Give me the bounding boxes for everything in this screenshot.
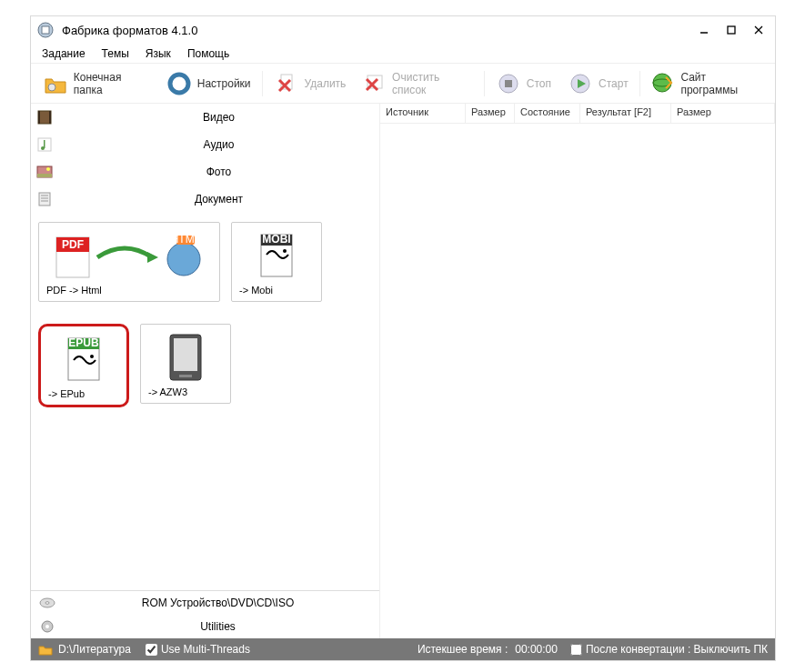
- svg-point-38: [167, 243, 200, 276]
- menu-language[interactable]: Язык: [146, 47, 171, 60]
- multi-threads-label: Use Multi-Threads: [161, 643, 250, 656]
- svg-text:MOBI: MOBI: [262, 233, 290, 246]
- disc-icon: [38, 597, 56, 609]
- app-icon: [36, 21, 55, 39]
- toolbar-stop[interactable]: Стоп: [490, 69, 557, 98]
- toolbar-delete[interactable]: Удалить: [268, 69, 352, 98]
- svg-rect-3: [728, 26, 735, 34]
- status-path[interactable]: D:\Литература: [58, 643, 131, 656]
- film-icon: [31, 109, 58, 125]
- category-area: Видео Аудио Фото Документ: [31, 104, 379, 590]
- after-convert-checkbox[interactable]: [570, 644, 582, 656]
- svg-point-44: [283, 249, 287, 253]
- toolbar-separator: [639, 71, 640, 96]
- svg-rect-1: [42, 26, 49, 34]
- svg-rect-22: [38, 111, 40, 124]
- category-document-label: Документ: [58, 193, 379, 206]
- svg-rect-30: [39, 193, 50, 206]
- category-photo[interactable]: Фото: [31, 158, 379, 186]
- toolbar-stop-label: Стоп: [527, 77, 551, 90]
- category-rom-label: ROM Устройство\DVD\CD\ISO: [64, 597, 372, 609]
- folder-small-icon[interactable]: [38, 643, 53, 656]
- svg-point-29: [46, 167, 50, 171]
- toolbar-start-label: Старт: [599, 77, 629, 90]
- menu-task[interactable]: Задание: [42, 47, 86, 60]
- category-utilities[interactable]: Utilities: [31, 615, 379, 638]
- gear-icon: [166, 71, 192, 96]
- category-audio[interactable]: Аудио: [31, 131, 379, 158]
- category-video-label: Видео: [58, 111, 379, 124]
- play-icon: [568, 71, 593, 96]
- clear-icon: [362, 71, 387, 96]
- pdf-html-icon: PDF HTML: [43, 230, 216, 281]
- stop-icon: [496, 71, 521, 96]
- folder-icon: [44, 71, 68, 96]
- content-area: Видео Аудио Фото Документ: [31, 104, 775, 638]
- toolbar: Конечная папка Настройки Удалить Очистит…: [31, 64, 775, 104]
- multi-threads-toggle[interactable]: Use Multi-Threads: [146, 643, 250, 656]
- tile-azw3[interactable]: -> AZW3: [140, 324, 231, 404]
- photo-icon: [31, 164, 58, 180]
- after-convert-label: После конвертации : Выключить ПК: [586, 643, 768, 656]
- toolbar-clear[interactable]: Очистить список: [357, 69, 478, 98]
- left-footer: ROM Устройство\DVD\CD\ISO Utilities: [31, 590, 379, 638]
- toolbar-delete-label: Удалить: [305, 77, 347, 90]
- svg-point-6: [48, 84, 55, 91]
- toolbar-output-folder[interactable]: Конечная папка: [38, 69, 156, 98]
- category-video[interactable]: Видео: [31, 104, 379, 131]
- svg-point-19: [653, 74, 671, 92]
- toolbar-separator: [484, 71, 485, 96]
- toolbar-website[interactable]: Сайт программы: [646, 69, 768, 98]
- titlebar: Фабрика форматов 4.1.0: [31, 16, 775, 44]
- toolbar-output-label: Конечная папка: [74, 71, 150, 96]
- svg-rect-26: [44, 140, 45, 148]
- tile-pdf-to-html[interactable]: PDF HTML PDF -> Html: [38, 222, 220, 302]
- menubar: Задание Темы Язык Помощь: [31, 44, 775, 64]
- toolbar-clear-label: Очистить список: [392, 71, 473, 96]
- svg-text:PDF: PDF: [62, 238, 84, 251]
- svg-point-55: [45, 625, 49, 628]
- col-result[interactable]: Результат [F2]: [580, 104, 671, 123]
- col-source[interactable]: Источник: [380, 104, 466, 123]
- menu-themes[interactable]: Темы: [102, 47, 129, 60]
- maximize-button[interactable]: [726, 25, 737, 35]
- multi-threads-checkbox[interactable]: [146, 644, 157, 656]
- col-size2[interactable]: Размер: [671, 104, 775, 123]
- after-convert-toggle[interactable]: После конвертации : Выключить ПК: [570, 643, 768, 656]
- menu-help[interactable]: Помощь: [187, 47, 229, 60]
- tile-epub-label: -> EPub: [45, 388, 85, 399]
- category-photo-label: Фото: [58, 165, 379, 178]
- tiles-panel: PDF HTML PDF -> Html MOBI: [31, 213, 379, 416]
- status-path-group: D:\Литература Use Multi-Threads: [38, 643, 410, 656]
- tile-mobi-label: -> Mobi: [236, 285, 273, 296]
- svg-rect-50: [174, 338, 197, 371]
- app-window: Фабрика форматов 4.1.0 Задание Темы Язык…: [30, 15, 776, 661]
- tile-pdf-html-label: PDF -> Html: [43, 285, 102, 296]
- elapsed-value: 00:00:00: [515, 643, 558, 656]
- toolbar-website-label: Сайт программы: [680, 71, 762, 96]
- category-audio-label: Аудио: [58, 138, 379, 151]
- right-pane: Источник Размер Состояние Результат [F2]…: [380, 104, 775, 638]
- music-icon: [31, 136, 58, 153]
- svg-text:HTML: HTML: [171, 233, 201, 246]
- col-size[interactable]: Размер: [466, 104, 515, 123]
- tile-mobi[interactable]: MOBI -> Mobi: [231, 222, 322, 302]
- svg-point-8: [176, 80, 183, 87]
- minimize-button[interactable]: [699, 25, 709, 35]
- file-list-empty: [380, 124, 775, 638]
- toolbar-settings[interactable]: Настройки: [161, 69, 257, 98]
- category-rom[interactable]: ROM Устройство\DVD\CD\ISO: [31, 591, 379, 615]
- svg-rect-28: [37, 174, 52, 177]
- category-document[interactable]: Документ: [31, 186, 379, 213]
- document-icon: [31, 191, 58, 207]
- svg-rect-23: [49, 111, 51, 124]
- delete-icon: [274, 71, 299, 96]
- toolbar-start[interactable]: Старт: [562, 69, 634, 98]
- tile-epub[interactable]: EPUB -> EPub: [38, 324, 129, 407]
- col-status[interactable]: Состояние: [515, 104, 580, 123]
- svg-text:EPUB: EPUB: [68, 336, 99, 349]
- close-button[interactable]: [753, 25, 764, 35]
- tile-azw3-label: -> AZW3: [145, 386, 187, 397]
- svg-rect-16: [505, 80, 512, 87]
- mobi-icon: MOBI: [236, 230, 317, 281]
